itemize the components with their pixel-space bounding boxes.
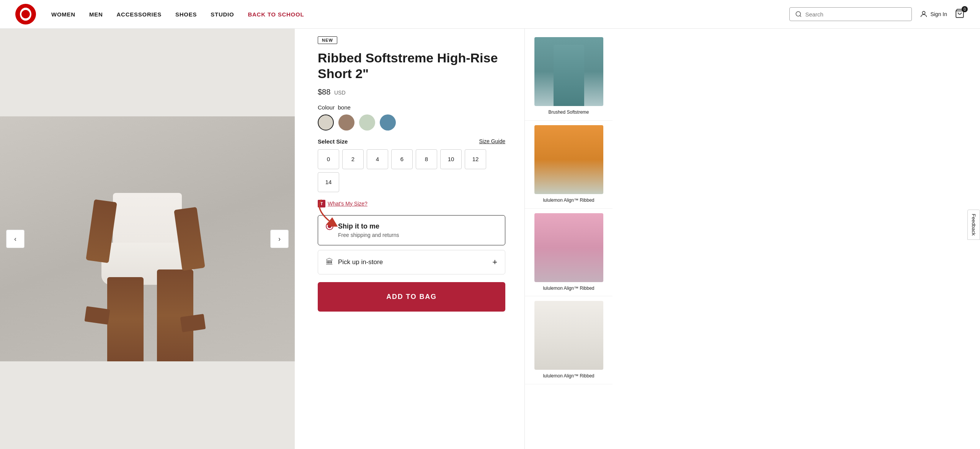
sidebar-item-4[interactable]: lululemon Align™ Ribbed xyxy=(525,296,612,384)
svg-point-3 xyxy=(923,11,925,14)
thumb-white xyxy=(534,301,603,370)
sidebar-thumb-4 xyxy=(534,301,603,370)
thumb-teal xyxy=(534,37,603,106)
nav-women[interactable]: WOMEN xyxy=(51,11,75,18)
size-btn-4[interactable]: 4 xyxy=(367,149,388,169)
thumb-orange xyxy=(534,125,603,194)
search-box[interactable] xyxy=(789,7,912,21)
sidebar-thumb-3 xyxy=(534,213,603,282)
nav-shoes[interactable]: SHOES xyxy=(175,11,197,18)
size-btn-0[interactable]: 0 xyxy=(318,149,339,169)
price-amount: $88 xyxy=(318,88,330,96)
sidebar-product-name-2: lululemon Align™ Ribbed xyxy=(543,197,594,204)
feedback-tab[interactable]: Feedback xyxy=(967,209,980,240)
main-nav: WOMEN MEN ACCESSORIES SHOES STUDIO BACK … xyxy=(51,11,789,18)
size-btn-14[interactable]: 14 xyxy=(318,172,339,192)
whats-my-size-section: T What's My Size? xyxy=(318,200,505,207)
pickup-text: Pick up in-store xyxy=(338,258,383,266)
size-section: Select Size Size Guide 0 2 4 6 8 10 12 1… xyxy=(318,138,505,192)
ship-option-row: Ship it to me xyxy=(326,222,497,230)
size-btn-8[interactable]: 8 xyxy=(416,149,437,169)
header-right: Sign In 0 xyxy=(789,7,965,21)
colour-swatch-sage[interactable] xyxy=(359,114,375,131)
logo[interactable] xyxy=(15,4,36,24)
pickup-option[interactable]: 🏛 Pick up in-store + xyxy=(318,250,505,274)
search-icon xyxy=(795,11,802,18)
product-details: NEW Ribbed Softstreme High-Rise Short 2"… xyxy=(295,29,524,449)
cart-count: 0 xyxy=(962,6,968,12)
size-btn-6[interactable]: 6 xyxy=(391,149,413,169)
new-badge: NEW xyxy=(318,36,337,44)
sidebar-item-1[interactable]: Brushed Softstreme xyxy=(525,33,612,121)
sidebar-thumb-1 xyxy=(534,37,603,106)
sidebar-item-3[interactable]: lululemon Align™ Ribbed xyxy=(525,209,612,297)
ship-option[interactable]: Ship it to me Free shipping and returns xyxy=(318,215,505,245)
sidebar-product-name-1: Brushed Softstreme xyxy=(548,109,589,116)
svg-point-0 xyxy=(15,4,36,24)
sidebar-item-2[interactable]: lululemon Align™ Ribbed xyxy=(525,121,612,209)
colour-swatch-taupe[interactable] xyxy=(338,114,354,131)
product-image xyxy=(0,116,295,361)
whats-my-size-link[interactable]: T What's My Size? xyxy=(318,200,505,207)
size-btn-2[interactable]: 2 xyxy=(342,149,364,169)
colour-swatch-bone[interactable] xyxy=(318,114,334,131)
svg-point-1 xyxy=(796,11,801,16)
pickup-expand-icon: + xyxy=(492,257,497,267)
nav-accessories[interactable]: ACCESSORIES xyxy=(117,11,162,18)
sidebar-product-name-3: lululemon Align™ Ribbed xyxy=(543,285,594,292)
colour-swatches xyxy=(318,114,505,131)
main-layout: ‹ › NEW Ribbed Softstreme High-Rise Shor… xyxy=(0,29,980,449)
sidebar-thumb-2 xyxy=(534,125,603,194)
arrow-annotation xyxy=(314,196,345,227)
colour-swatch-blue[interactable] xyxy=(380,114,396,131)
sign-in-button[interactable]: Sign In xyxy=(920,10,947,18)
product-title: Ribbed Softstreme High-Rise Short 2" xyxy=(318,50,505,82)
sidebar-product-name-4: lululemon Align™ Ribbed xyxy=(543,373,594,379)
ship-subtitle: Free shipping and returns xyxy=(326,232,497,238)
search-input[interactable] xyxy=(805,11,906,18)
sign-in-label: Sign In xyxy=(930,11,947,17)
prev-image-button[interactable]: ‹ xyxy=(6,230,24,248)
product-image-area: ‹ › xyxy=(0,29,295,449)
size-btn-12[interactable]: 12 xyxy=(465,149,486,169)
size-buttons: 0 2 4 6 8 10 12 14 xyxy=(318,149,505,192)
size-btn-10[interactable]: 10 xyxy=(440,149,462,169)
product-price: $88 USD xyxy=(318,88,505,96)
header: WOMEN MEN ACCESSORIES SHOES STUDIO BACK … xyxy=(0,0,980,29)
nav-back-to-school[interactable]: BACK TO SCHOOL xyxy=(248,11,304,18)
store-icon: 🏛 xyxy=(326,258,333,266)
right-sidebar: Brushed Softstreme lululemon Align™ Ribb… xyxy=(524,29,612,449)
cart-button[interactable]: 0 xyxy=(955,8,965,20)
colour-section: Colour bone xyxy=(318,104,505,131)
colour-name: bone xyxy=(338,104,351,111)
size-label: Select Size xyxy=(318,138,348,145)
svg-line-2 xyxy=(800,15,801,16)
nav-studio[interactable]: STUDIO xyxy=(211,11,234,18)
price-currency: USD xyxy=(334,90,346,96)
user-icon xyxy=(920,10,928,18)
thumb-pink xyxy=(534,213,603,282)
size-guide-link[interactable]: Size Guide xyxy=(479,138,505,144)
add-to-bag-button[interactable]: ADD TO BAG xyxy=(318,282,505,312)
next-image-button[interactable]: › xyxy=(270,230,289,248)
pickup-left: 🏛 Pick up in-store xyxy=(326,258,383,266)
colour-label: Colour bone xyxy=(318,104,505,111)
nav-men[interactable]: MEN xyxy=(89,11,103,18)
size-header: Select Size Size Guide xyxy=(318,138,505,145)
